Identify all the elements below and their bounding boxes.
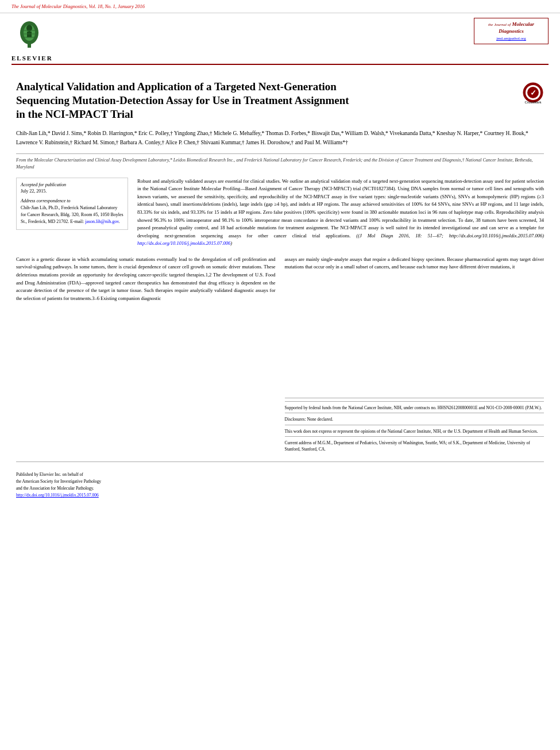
footnote-1: Supported by federal funds from the Nati… (285, 401, 544, 411)
publisher-doi-link[interactable]: http://dx.doi.org/10.1016/j.jmoldix.2015… (16, 493, 99, 498)
authors-line: Chih-Jian Lih,* David J. Sims,* Robin D.… (16, 129, 544, 147)
journal-logo-subtitle-2: Diagnostics (499, 28, 524, 34)
abstract-section: Accepted for publication July 22, 2015. … (16, 178, 544, 248)
address-label: Address correspondence to (21, 198, 123, 203)
email-link[interactable]: jason.lih@nih.gov (85, 219, 118, 224)
abstract-col: Robust and analytically validated assays… (137, 178, 544, 248)
svg-text:✓: ✓ (530, 89, 536, 97)
body-right-text: assays are mainly single-analyte assays … (285, 256, 544, 271)
journal-logo-subtitle-1: Molecular (512, 21, 535, 27)
address-text: Chih-Jian Lih, Ph.D., Frederick National… (21, 205, 123, 225)
journal-logo-box: the Journal of Molecular Diagnostics jmd… (474, 18, 549, 44)
journal-url-link[interactable]: jmd.amjpathol.org (479, 36, 543, 41)
publisher-text: Published by Elsevier Inc. on behalf of … (16, 471, 544, 499)
body-section: Cancer is a genetic disease in which acc… (16, 256, 544, 452)
crossmark-icon: ✓ CrossMark (522, 80, 544, 105)
journal-logo-title: the Journal of (488, 22, 511, 27)
body-right-col: assays are mainly single-analyte assays … (285, 256, 544, 452)
elsevier-tree-icon (11, 18, 47, 53)
footnote-2: Disclosures: None declared. (285, 413, 544, 422)
footnotes-area: Supported by federal funds from the Nati… (285, 398, 544, 452)
accepted-label: Accepted for publication (21, 182, 123, 187)
crossmark-badge: ✓ CrossMark (522, 80, 544, 106)
elsevier-logo: ELSEVIER (11, 18, 53, 61)
body-left-col: Cancer is a genetic disease in which acc… (16, 256, 276, 452)
article-title: Analytical Validation and Application of… (16, 80, 349, 121)
footnote-3: This work does not express or represent … (285, 425, 544, 434)
elsevier-brand-text: ELSEVIER (11, 55, 53, 61)
journal-header-text: The Journal of Molecular Diagnostics, Vo… (11, 3, 145, 9)
logos-row: ELSEVIER the Journal of Molecular Diagno… (0, 13, 560, 64)
svg-rect-5 (27, 32, 32, 37)
left-sidebar: Accepted for publication July 22, 2015. … (16, 178, 128, 248)
abstract-text: Robust and analytically validated assays… (137, 178, 544, 248)
abstract-doi-link[interactable]: http://dx.doi.org/10.1016/j.jmoldix.2015… (137, 240, 230, 246)
accepted-box: Accepted for publication July 22, 2015. … (16, 178, 128, 230)
publisher-bar: Published by Elsevier Inc. on behalf of … (0, 471, 560, 499)
page: The Journal of Molecular Diagnostics, Vo… (0, 0, 560, 750)
full-divider (16, 461, 544, 462)
footnote-4: Current address of M.G.M., Department of… (285, 436, 544, 453)
header-bar: The Journal of Molecular Diagnostics, Vo… (0, 0, 560, 13)
main-content: ✓ CrossMark Analytical Validation and Ap… (0, 65, 560, 457)
affiliations: From the Molecular Characterization and … (16, 153, 544, 171)
body-left-text: Cancer is a genetic disease in which acc… (16, 256, 276, 303)
svg-text:CrossMark: CrossMark (524, 101, 542, 104)
accepted-date: July 22, 2015. (21, 189, 123, 194)
